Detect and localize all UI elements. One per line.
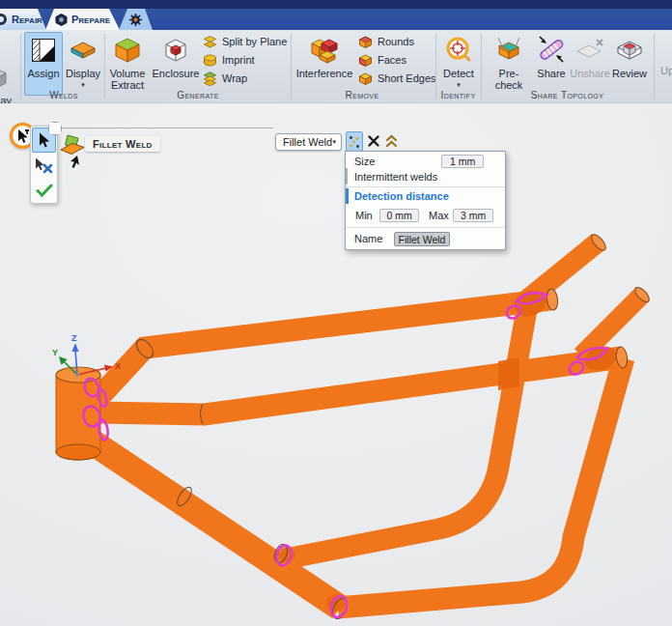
- rounds-button[interactable]: Rounds: [358, 33, 414, 50]
- detection-section-bar: [346, 188, 349, 204]
- size-input[interactable]: 1 mm: [441, 155, 484, 168]
- deselect-cursor-icon: [35, 157, 54, 174]
- detect-button[interactable]: Detect ▾: [439, 32, 478, 96]
- repair-tab-icon: [0, 14, 7, 25]
- split-by-plane-button[interactable]: Split by Plane: [203, 33, 287, 50]
- group-separator: [20, 34, 21, 100]
- tool-type-dropdown[interactable]: Fillet Weld ▾: [275, 133, 342, 151]
- enclosure-icon: [160, 35, 191, 66]
- fillet-weld-tooltip-text: Fillet Weld: [93, 138, 153, 150]
- lower-stub-tube[interactable]: [581, 294, 643, 356]
- name-input[interactable]: Fillet Weld: [394, 232, 450, 246]
- triad-y-label: Y: [52, 348, 58, 357]
- deselect-button[interactable]: [32, 155, 56, 178]
- max-value: 3 mm: [461, 210, 486, 221]
- interference-label: Interference: [296, 68, 353, 79]
- size-value: 1 mm: [450, 156, 475, 167]
- split-by-plane-icon: [203, 35, 217, 49]
- display-label: Display: [66, 68, 100, 79]
- precheck-icon: [492, 34, 525, 67]
- checkmark-icon: [36, 184, 53, 197]
- name-value: Fillet Weld: [399, 234, 446, 245]
- imprint-icon: [203, 53, 217, 68]
- clipped-update-label: Up: [660, 65, 672, 76]
- wrap-label: Wrap: [222, 72, 247, 84]
- interference-button[interactable]: Interference: [294, 32, 354, 96]
- ribbon-tab-bar: Repair Prepare: [0, 9, 672, 30]
- enclosure-label: Enclosure: [153, 68, 200, 79]
- head-tube-cylinder[interactable]: [56, 367, 100, 460]
- share-button[interactable]: Share: [534, 32, 569, 96]
- complete-button[interactable]: [32, 179, 56, 202]
- intermittent-welds-item[interactable]: Intermittent welds: [354, 171, 437, 183]
- chevron-double-up-icon: [384, 134, 399, 148]
- imprint-button[interactable]: Imprint: [203, 51, 255, 69]
- share-icon: [535, 34, 568, 67]
- assign-weld-icon: [29, 36, 58, 65]
- tab-repair[interactable]: Repair: [0, 9, 46, 30]
- fillet-weld-options-panel: Size 1 mm Intermittent welds Detection d…: [345, 151, 506, 250]
- options-toggle-button[interactable]: [346, 131, 363, 152]
- faces-icon: [358, 53, 373, 68]
- middle-tube[interactable]: [98, 357, 622, 414]
- tool-guide-line: [60, 128, 273, 128]
- split-by-plane-label: Split by Plane: [222, 36, 287, 47]
- bike-frame-model[interactable]: Z X Y: [0, 103, 672, 626]
- unshare-label: Unshare: [570, 68, 610, 79]
- panel-divider: [346, 186, 505, 187]
- hexnut-icon: [55, 14, 68, 26]
- close-tool-button[interactable]: [367, 134, 380, 148]
- detection-distance-item[interactable]: Detection distance: [354, 190, 449, 202]
- dropdown-arrow-icon: ▾: [332, 138, 341, 146]
- short-edges-button[interactable]: Short Edges: [358, 70, 436, 87]
- display-3d-icon: [0, 62, 11, 95]
- close-icon: [367, 134, 380, 148]
- triad-z-label: Z: [71, 333, 77, 343]
- min-input[interactable]: 0 mm: [379, 209, 419, 222]
- inner-stay-tube[interactable]: [283, 301, 528, 559]
- unshare-button: Unshare: [571, 32, 609, 96]
- enclosure-button[interactable]: Enclosure: [151, 32, 201, 96]
- group-separator: [291, 34, 292, 100]
- name-label: Name: [354, 233, 382, 244]
- selection-mini-toolbar: [30, 126, 58, 204]
- assign-label: Assign: [27, 68, 59, 79]
- max-label: Max: [429, 210, 449, 221]
- volume-extract-label: Volume Extract: [107, 68, 148, 91]
- tab-prepare[interactable]: Prepare: [45, 9, 120, 30]
- unshare-icon: [574, 34, 606, 67]
- remove-group-label: Remove: [294, 90, 430, 100]
- volume-extract-button[interactable]: Volume Extract: [106, 32, 149, 96]
- group-separator: [654, 34, 655, 100]
- group-separator: [481, 34, 482, 100]
- max-input[interactable]: 3 mm: [453, 209, 493, 222]
- faces-button[interactable]: Faces: [358, 51, 406, 69]
- model-viewport[interactable]: Z X Y: [0, 103, 672, 626]
- display-welds-button[interactable]: Display ▾: [64, 32, 102, 96]
- review-icon: [613, 34, 646, 67]
- short-edges-icon: [358, 71, 373, 86]
- wrap-button[interactable]: Wrap: [203, 70, 247, 87]
- share-label: Share: [537, 68, 565, 79]
- short-edges-label: Short Edges: [378, 72, 436, 84]
- tab-workbench[interactable]: [119, 9, 153, 30]
- identify-group-label: Identify: [436, 90, 480, 100]
- welds-group-label: Welds: [24, 90, 103, 100]
- tool-type-value: Fillet Weld: [276, 136, 332, 148]
- size-label: Size: [354, 156, 375, 167]
- volume-extract-icon: [112, 35, 143, 66]
- options-dots-icon: [349, 135, 360, 149]
- precheck-button[interactable]: Pre-check: [485, 32, 533, 96]
- detect-icon: [443, 35, 474, 66]
- display-dropdown-arrow: ▾: [81, 81, 85, 88]
- min-label: Min: [355, 210, 373, 221]
- panel-divider: [346, 227, 505, 228]
- tab-repair-label: Repair: [12, 14, 42, 25]
- fillet-weld-icon: [59, 130, 86, 157]
- assign-welds-button[interactable]: Assign: [24, 32, 63, 96]
- rounds-icon: [358, 35, 373, 49]
- faces-label: Faces: [378, 54, 406, 66]
- down-tube[interactable]: [93, 442, 340, 608]
- collapse-panel-button[interactable]: [384, 134, 399, 148]
- review-button[interactable]: Review: [609, 32, 650, 96]
